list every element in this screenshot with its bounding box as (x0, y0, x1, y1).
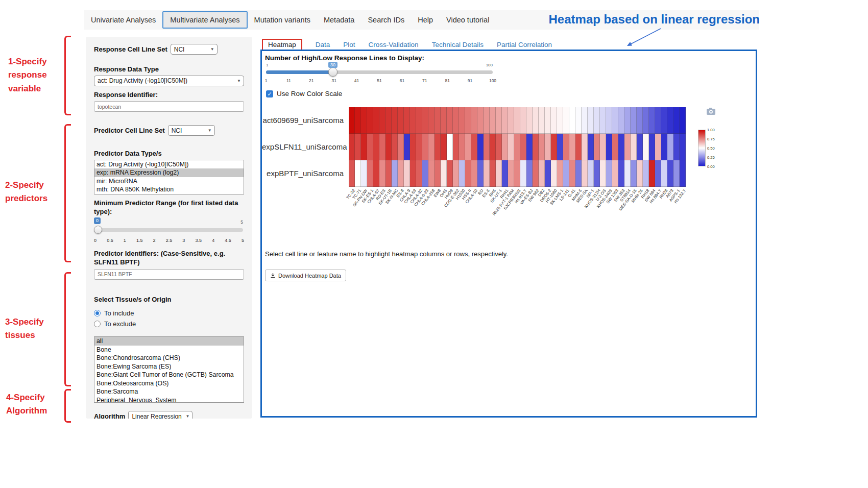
predictor-cell-line-set-value: NCI (172, 127, 182, 134)
response-identifier-input[interactable] (94, 101, 244, 112)
heatmap-row-label-expbptf-unisarcoma[interactable]: expBPTF_uniSarcoma (262, 160, 348, 187)
heatmap-cell (643, 160, 649, 187)
tab-cross-validation[interactable]: Cross-Validation (369, 41, 419, 48)
heatmap-cell (594, 107, 600, 134)
heatmap-row-label-expslfn11-unisarcoma[interactable]: expSLFN11_uniSarcoma (262, 134, 348, 160)
heatmap-cell (637, 160, 643, 187)
range-tick-label: 3.5 (195, 238, 202, 243)
heatmap-cell (624, 160, 631, 187)
list-option-bone-chondrosarcoma-chs-[interactable]: Bone:Chondrosarcoma (CHS) (94, 354, 244, 362)
main-tabs: HeatmapDataPlotCross-ValidationTechnical… (262, 39, 552, 50)
control-sidebar: Response Cell Line Set NCI ▼ Response Da… (86, 37, 252, 419)
range-slider-handle[interactable] (94, 226, 102, 234)
predictor-cell-line-set-select[interactable]: NCI ▼ (168, 125, 215, 136)
tissue-exclude-radio[interactable]: To exclude (94, 319, 244, 329)
heatmap-cell (471, 134, 477, 160)
heatmap-cell (410, 160, 416, 187)
results-panel: Number of High/Low Response Lines to Dis… (260, 50, 757, 418)
heatmap-cell (582, 160, 588, 187)
nav-item-metadata[interactable]: Metadata (317, 11, 361, 29)
slider-tick-label: 91 (468, 78, 472, 83)
heatmap-cell (582, 134, 588, 160)
list-option-bone-osteosarcoma-os-[interactable]: Bone:Osteosarcoma (OS) (94, 379, 244, 388)
tab-partial-correlation[interactable]: Partial Correlation (497, 41, 552, 48)
heatmap-cell (667, 160, 673, 187)
heatmap-cell (373, 107, 379, 134)
step3-label: 3-Specify tissues (5, 315, 44, 343)
heatmap-cell (349, 160, 355, 187)
heatmap-cell (624, 134, 631, 160)
heatmap-cell (453, 134, 459, 160)
heatmap-cell (416, 134, 422, 160)
heatmap-cell (557, 107, 563, 134)
range-slider-max-label: 5 (240, 219, 243, 225)
tab-technical-details[interactable]: Technical Details (432, 41, 484, 48)
list-option-bone-giant-cell-tumor-of-bone-gctb-sarcoma[interactable]: Bone:Giant Cell Tumor of Bone (GCTB) Sar… (94, 371, 244, 379)
step1-label: 1-Specify response variable (8, 55, 47, 95)
heatmap-cell (392, 134, 398, 160)
chevron-down-icon: ▼ (237, 79, 241, 83)
range-tick-label: 4 (212, 238, 214, 243)
list-option-bone[interactable]: Bone (94, 346, 244, 354)
heatmap-cell (649, 107, 655, 134)
nav-item-search-ids[interactable]: Search IDs (361, 11, 411, 29)
predictor-data-type-list[interactable]: act: Drug Activity (-log10[IC50M])exp: m… (94, 160, 244, 194)
camera-icon[interactable] (706, 107, 716, 115)
tab-plot[interactable]: Plot (343, 41, 355, 48)
heatmap-cell (618, 134, 624, 160)
response-data-type-label: Response Data Type (94, 65, 244, 74)
response-cell-line-set-select[interactable]: NCI ▼ (171, 44, 218, 55)
heatmap-cell (551, 107, 557, 134)
heatmap-cell (361, 107, 367, 134)
nav-item-mutation-variants[interactable]: Mutation variants (248, 11, 317, 29)
heatmap-cell (533, 134, 539, 160)
tab-heatmap[interactable]: Heatmap (262, 39, 302, 51)
heatmap-cell (526, 134, 533, 160)
predictor-identifiers-label: Predictor Identifiers: (Case-Sensitive, … (94, 249, 244, 267)
list-option-mir-microrna[interactable]: mir: MicroRNA (94, 177, 244, 186)
tab-data[interactable]: Data (316, 41, 330, 48)
response-lines-slider-handle[interactable] (328, 67, 337, 77)
chevron-down-icon: ▼ (185, 414, 189, 419)
heatmap-row-label-act609699-unisarcoma[interactable]: act609699_uniSarcoma (262, 107, 348, 134)
legend-tick-label: 0.50 (707, 146, 715, 151)
range-tick-label: 0 (94, 238, 97, 243)
heatmap-cell (379, 107, 385, 134)
heatmap-cell (649, 134, 655, 160)
heatmap-cell (502, 134, 508, 160)
heatmap-cell (631, 107, 637, 134)
list-option-peripheral-nervous-system[interactable]: Peripheral_Nervous_System (94, 396, 244, 403)
heatmap-cell (428, 107, 435, 134)
range-slider-track[interactable] (95, 228, 243, 232)
list-option-bone-sarcoma[interactable]: Bone:Sarcoma (94, 387, 244, 396)
list-option-mth-dna-850k-methylation[interactable]: mth: DNA 850K Methylation (94, 185, 244, 194)
heatmap-cell (557, 134, 563, 160)
tissue-include-radio[interactable]: To include (94, 308, 244, 319)
heatmap-cell (618, 160, 624, 187)
tissue-list[interactable]: allBoneBone:Chondrosarcoma (CHS)Bone:Ewi… (94, 336, 244, 403)
radio-unselected-icon (94, 321, 101, 327)
heatmap-cell (655, 107, 661, 134)
tissue-exclude-label: To exclude (104, 320, 136, 328)
nav-item-help[interactable]: Help (411, 11, 440, 29)
main-slider-ticks: 1112131415161718191100 (266, 78, 493, 84)
heatmap-cell (422, 160, 428, 187)
heatmap-cell (575, 134, 582, 160)
step2-label: 2-Specify predictors (5, 179, 47, 206)
predictor-cell-line-set-label: Predictor Cell Line Set (94, 126, 165, 135)
row-color-scale-checkbox[interactable]: ✓ Use Row Color Scale (266, 90, 342, 97)
predictor-identifiers-input[interactable] (94, 269, 244, 280)
heatmap-cell (575, 107, 582, 134)
response-data-type-select[interactable]: act: Drug Activity (-log10[IC50M]) ▼ (94, 76, 244, 86)
algorithm-select[interactable]: Linear Regression ▼ (128, 411, 192, 419)
download-heatmap-data-button[interactable]: Download Heatmap Data (265, 270, 346, 281)
list-option-all[interactable]: all (94, 337, 244, 346)
nav-item-multivariate-analyses[interactable]: Multivariate Analyses (162, 11, 247, 29)
nav-item-video-tutorial[interactable]: Video tutorial (440, 11, 496, 29)
list-option-act-drug-activity-log10-ic50m-[interactable]: act: Drug Activity (-log10[IC50M]) (94, 160, 244, 169)
nav-item-univariate-analyses[interactable]: Univariate Analyses (84, 11, 162, 29)
list-option-bone-ewing-sarcoma-es-[interactable]: Bone:Ewing Sarcoma (ES) (94, 362, 244, 371)
download-icon (270, 273, 276, 278)
list-option-exp-mrna-expression-log2-[interactable]: exp: mRNA Expression (log2) (94, 168, 244, 177)
response-lines-slider-track[interactable] (266, 70, 493, 74)
